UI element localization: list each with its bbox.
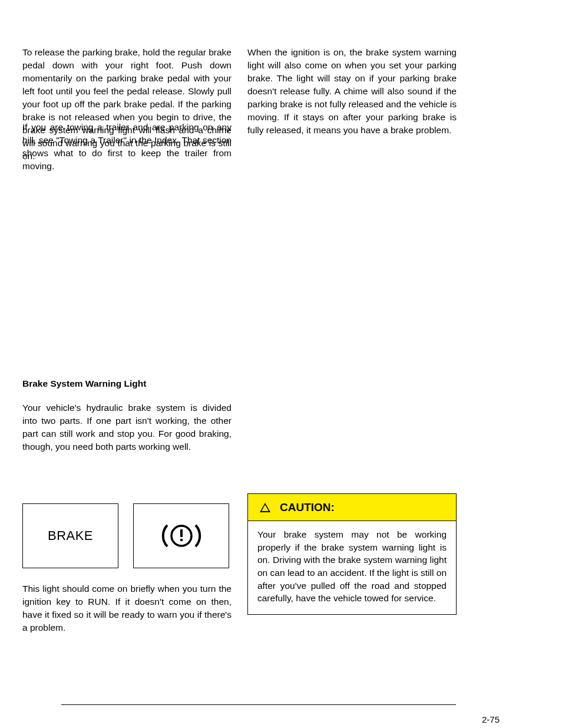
svg-rect-2 xyxy=(180,539,183,541)
right-paragraph-1: When the ignition is on, the brake syste… xyxy=(247,46,457,137)
footer-rule xyxy=(61,704,456,705)
warning-triangle-icon: ! xyxy=(260,503,270,512)
caution-body: Your brake system may not be working pro… xyxy=(248,521,456,614)
brake-warning-icon xyxy=(159,522,204,550)
left-paragraph-2: If you are towing a trailer and are park… xyxy=(22,121,232,173)
figure-brake-us: BRAKE xyxy=(22,503,118,568)
left-paragraph-5: This light should come on briefly when y… xyxy=(22,582,232,634)
section-heading-brake-warning: Brake System Warning Light xyxy=(22,377,232,390)
left-paragraph-4a: Your vehicle's hydraulic brake system is… xyxy=(22,403,232,452)
left-paragraph-4: Your vehicle's hydraulic brake system is… xyxy=(22,401,232,453)
figure-row: BRAKE xyxy=(22,503,229,568)
figure-brake-canada xyxy=(133,503,229,568)
caution-box: ! CAUTION: Your brake system may not be … xyxy=(247,493,457,615)
page-number: 2-75 xyxy=(482,714,500,724)
caution-header: ! CAUTION: xyxy=(248,494,456,521)
caution-label: CAUTION: xyxy=(280,501,335,514)
svg-rect-1 xyxy=(180,529,183,537)
brake-text-label: BRAKE xyxy=(48,528,93,543)
page: To release the parking brake, hold the r… xyxy=(0,0,562,728)
